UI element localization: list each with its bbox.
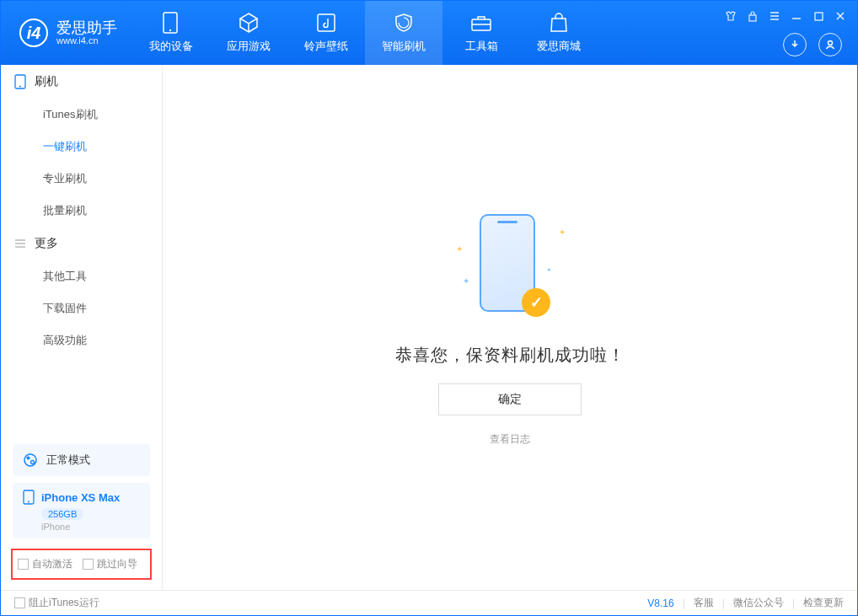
sidebar-item-advanced[interactable]: 高级功能 bbox=[1, 324, 162, 356]
app-header: i4 爱思助手 www.i4.cn 我的设备 应用游戏 铃声壁纸 智能刷机 工具… bbox=[1, 1, 857, 65]
logo-icon: i4 bbox=[19, 19, 48, 47]
nav-store[interactable]: 爱思商城 bbox=[520, 1, 598, 65]
minimize-icon[interactable] bbox=[790, 9, 803, 23]
svg-rect-2 bbox=[318, 14, 335, 31]
nav-my-device[interactable]: 我的设备 bbox=[132, 1, 210, 65]
mode-icon bbox=[23, 453, 38, 468]
svg-point-13 bbox=[28, 501, 29, 503]
version-label: V8.16 bbox=[647, 597, 673, 609]
close-icon[interactable] bbox=[834, 9, 847, 23]
nav-toolbox[interactable]: 工具箱 bbox=[442, 1, 520, 65]
bag-icon bbox=[548, 12, 570, 34]
svg-point-1 bbox=[169, 29, 171, 31]
mode-label: 正常模式 bbox=[46, 453, 90, 468]
nav-label: 智能刷机 bbox=[382, 39, 426, 54]
block-itunes-checkbox[interactable]: 阻止iTunes运行 bbox=[14, 596, 99, 610]
svg-point-6 bbox=[829, 41, 833, 46]
window-controls bbox=[724, 9, 847, 23]
nav-ringtone-wallpaper[interactable]: 铃声壁纸 bbox=[287, 1, 365, 65]
sidebar-group-more: 更多 bbox=[1, 227, 162, 260]
nav-label: 铃声壁纸 bbox=[304, 39, 348, 54]
app-name-cn: 爱思助手 bbox=[56, 20, 117, 35]
menu-icon[interactable] bbox=[768, 9, 781, 23]
device-type: iPhone bbox=[41, 522, 140, 532]
main-content: ✦ ✦ ✦ ✦ ✓ 恭喜您，保资料刷机成功啦！ 确定 查看日志 bbox=[163, 65, 857, 590]
skip-guide-checkbox[interactable]: 跳过向导 bbox=[83, 557, 137, 571]
support-link[interactable]: 客服 bbox=[694, 596, 714, 610]
maximize-icon[interactable] bbox=[812, 9, 825, 23]
status-bar: 阻止iTunes运行 V8.16 | 客服 | 微信公众号 | 检查更新 bbox=[1, 590, 857, 615]
device-icon bbox=[160, 12, 182, 34]
device-icon bbox=[23, 490, 35, 505]
phone-icon bbox=[14, 74, 26, 89]
toolbox-icon bbox=[470, 12, 492, 34]
svg-rect-4 bbox=[749, 15, 756, 21]
sidebar-item-oneclick-flash[interactable]: 一键刷机 bbox=[1, 131, 162, 163]
cube-icon bbox=[238, 12, 260, 34]
sidebar-item-other-tools[interactable]: 其他工具 bbox=[1, 260, 162, 292]
svg-point-11 bbox=[31, 461, 35, 464]
group-title: 更多 bbox=[35, 236, 58, 251]
sidebar-item-itunes-flash[interactable]: iTunes刷机 bbox=[1, 99, 162, 131]
view-log-link[interactable]: 查看日志 bbox=[490, 432, 530, 447]
nav-smart-flash[interactable]: 智能刷机 bbox=[365, 1, 442, 65]
nav-apps-games[interactable]: 应用游戏 bbox=[210, 1, 287, 65]
top-nav: 我的设备 应用游戏 铃声壁纸 智能刷机 工具箱 爱思商城 bbox=[132, 1, 598, 65]
sidebar: 刷机 iTunes刷机 一键刷机 专业刷机 批量刷机 更多 其他工具 下载固件 … bbox=[1, 65, 163, 590]
sidebar-item-pro-flash[interactable]: 专业刷机 bbox=[1, 163, 162, 195]
shield-icon bbox=[393, 12, 415, 34]
check-icon: ✓ bbox=[522, 288, 550, 317]
success-message: 恭喜您，保资料刷机成功啦！ bbox=[395, 344, 625, 367]
success-illustration: ✦ ✦ ✦ ✦ ✓ bbox=[451, 209, 569, 327]
lock-icon[interactable] bbox=[746, 9, 759, 23]
nav-label: 应用游戏 bbox=[227, 39, 271, 54]
svg-point-8 bbox=[19, 86, 21, 88]
music-icon bbox=[315, 12, 337, 34]
sidebar-item-download-firmware[interactable]: 下载固件 bbox=[1, 292, 162, 324]
user-button[interactable] bbox=[818, 33, 842, 56]
mode-card[interactable]: 正常模式 bbox=[13, 444, 150, 476]
header-actions bbox=[783, 33, 842, 56]
options-highlight: 自动激活 跳过向导 bbox=[11, 549, 152, 580]
logo: i4 爱思助手 www.i4.cn bbox=[1, 19, 132, 47]
device-card[interactable]: iPhone XS Max 256GB iPhone bbox=[13, 483, 150, 538]
download-button[interactable] bbox=[783, 33, 807, 56]
svg-point-10 bbox=[27, 457, 30, 460]
sidebar-group-flash: 刷机 bbox=[1, 65, 162, 99]
svg-point-9 bbox=[24, 454, 36, 466]
nav-label: 工具箱 bbox=[465, 39, 498, 54]
storage-badge: 256GB bbox=[41, 508, 83, 520]
sidebar-item-batch-flash[interactable]: 批量刷机 bbox=[1, 195, 162, 227]
nav-label: 爱思商城 bbox=[537, 39, 581, 54]
nav-label: 我的设备 bbox=[149, 39, 193, 54]
app-name-en: www.i4.cn bbox=[56, 35, 117, 46]
wechat-link[interactable]: 微信公众号 bbox=[733, 596, 784, 610]
list-icon bbox=[14, 238, 26, 249]
svg-rect-5 bbox=[815, 13, 823, 20]
group-title: 刷机 bbox=[35, 74, 58, 89]
ok-button[interactable]: 确定 bbox=[438, 383, 582, 415]
auto-activate-checkbox[interactable]: 自动激活 bbox=[18, 557, 72, 571]
tshirt-icon[interactable] bbox=[724, 9, 737, 23]
check-update-link[interactable]: 检查更新 bbox=[803, 596, 844, 610]
device-name: iPhone XS Max bbox=[41, 491, 120, 504]
